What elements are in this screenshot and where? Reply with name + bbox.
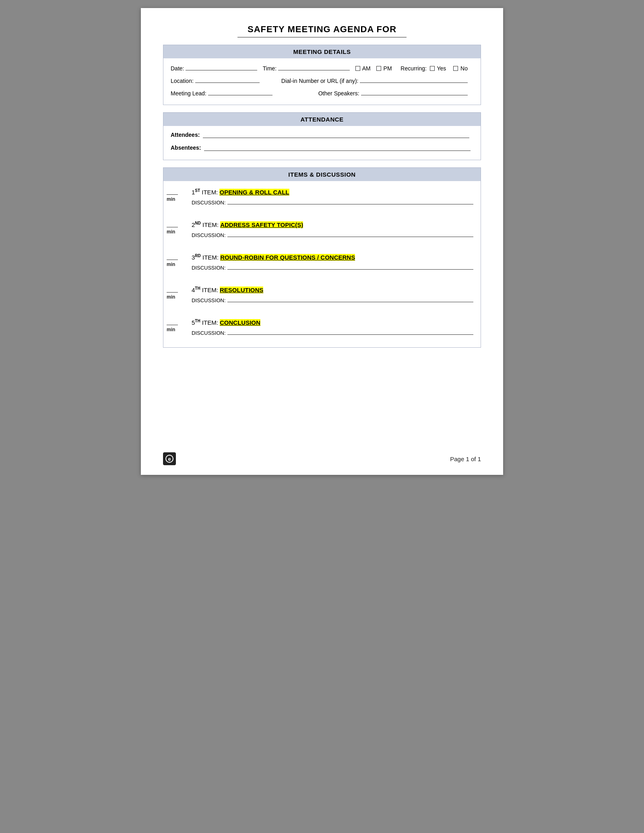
am-checkbox-group: AM <box>355 65 371 72</box>
date-time-row: Date: Time: AM PM Recurring: Yes <box>171 64 473 72</box>
location-label: Location: <box>171 78 194 84</box>
page-title: SAFETY MEETING AGENDA FOR <box>163 24 481 35</box>
agenda-item-5-body: 5TH ITEM: CONCLUSION DISCUSSION: <box>192 319 473 336</box>
discussion-label-1: DISCUSSION: <box>192 200 226 206</box>
min-label-3: min <box>167 262 175 267</box>
item-1-highlighted: OPENING & ROLL CALL <box>219 189 289 196</box>
dialin-field[interactable] <box>360 76 468 83</box>
discussion-line-3[interactable] <box>227 264 473 270</box>
other-speakers-label: Other Speakers: <box>318 90 359 97</box>
min-line-1[interactable] <box>167 189 178 195</box>
item-5-highlighted: CONCLUSION <box>220 319 260 326</box>
am-label: AM <box>362 65 371 72</box>
agenda-item-1-left: min <box>167 188 188 202</box>
item-2-number: 2ND ITEM: <box>192 221 220 228</box>
no-checkbox-group: No <box>453 65 468 72</box>
min-line-5[interactable] <box>167 320 178 325</box>
items-content: min 1ST ITEM: OPENING & ROLL CALL DISCUS… <box>163 181 481 340</box>
items-discussion-header: ITEMS & DISCUSSION <box>163 168 481 181</box>
absentees-field[interactable] <box>204 144 471 151</box>
time-label: Time: <box>263 65 277 72</box>
absentees-row: Absentees: <box>171 144 473 151</box>
dialin-label: Dial-in Number or URL (if any): <box>281 78 359 84</box>
brand-icon: e <box>163 452 176 465</box>
agenda-item-1-body: 1ST ITEM: OPENING & ROLL CALL DISCUSSION… <box>192 188 473 206</box>
location-field[interactable] <box>195 76 260 83</box>
yes-checkbox-group: Yes <box>430 65 446 72</box>
date-label: Date: <box>171 65 184 72</box>
time-field[interactable] <box>278 64 349 70</box>
agenda-item-1-title: 1ST ITEM: OPENING & ROLL CALL <box>192 188 473 196</box>
agenda-item-4-body: 4TH ITEM: RESOLUTIONS DISCUSSION: <box>192 286 473 303</box>
agenda-item-2-body: 2ND ITEM: ADDRESS SAFETY TOPIC(S) DISCUS… <box>192 221 473 238</box>
attendees-label: Attendees: <box>171 132 200 138</box>
am-checkbox[interactable] <box>355 66 360 71</box>
item-5-number: 5TH ITEM: <box>192 319 220 326</box>
item-4-highlighted: RESOLUTIONS <box>220 287 263 293</box>
location-dialin-row: Location: Dial-in Number or URL (if any)… <box>171 76 473 84</box>
document-page: SAFETY MEETING AGENDA FOR MEETING DETAIL… <box>141 8 503 475</box>
discussion-row-4: DISCUSSION: <box>192 297 473 303</box>
meeting-details-content: Date: Time: AM PM Recurring: Yes <box>163 58 481 105</box>
discussion-label-2: DISCUSSION: <box>192 232 226 238</box>
min-label-5: min <box>167 327 175 332</box>
item-4-number: 4TH ITEM: <box>192 287 220 293</box>
svg-text:e: e <box>168 456 171 462</box>
no-label: No <box>460 65 468 72</box>
min-label-2: min <box>167 229 175 235</box>
items-discussion-section: ITEMS & DISCUSSION min 1ST ITEM: OPENING… <box>163 167 481 348</box>
discussion-line-2[interactable] <box>227 231 473 237</box>
yes-checkbox[interactable] <box>430 66 435 71</box>
min-label-4: min <box>167 294 175 300</box>
agenda-item-5: min 5TH ITEM: CONCLUSION DISCUSSION: <box>163 315 481 340</box>
page-number: Page 1 of 1 <box>450 456 481 462</box>
agenda-item-5-left: min <box>167 319 188 332</box>
attendance-content: Attendees: Absentees: <box>163 126 481 160</box>
discussion-row-1: DISCUSSION: <box>192 199 473 206</box>
date-field[interactable] <box>186 64 257 70</box>
agenda-item-4-left: min <box>167 286 188 300</box>
item-1-number: 1ST ITEM: <box>192 189 219 196</box>
meeting-lead-field[interactable] <box>208 89 272 95</box>
discussion-label-5: DISCUSSION: <box>192 330 226 336</box>
pm-checkbox-group: PM <box>376 65 392 72</box>
item-2-highlighted: ADDRESS SAFETY TOPIC(S) <box>220 221 303 228</box>
no-checkbox[interactable] <box>453 66 458 71</box>
recurring-label: Recurring: <box>400 65 427 72</box>
attendees-field[interactable] <box>203 132 469 138</box>
attendance-header: ATTENDANCE <box>163 113 481 126</box>
agenda-item-2-left: min <box>167 221 188 235</box>
meeting-details-section: MEETING DETAILS Date: Time: AM PM Recurr… <box>163 45 481 105</box>
discussion-line-1[interactable] <box>227 199 473 204</box>
item-3-highlighted: ROUND-ROBIN FOR QUESTIONS / CONCERNS <box>220 254 355 261</box>
agenda-item-5-title: 5TH ITEM: CONCLUSION <box>192 319 473 326</box>
attendance-section: ATTENDANCE Attendees: Absentees: <box>163 112 481 160</box>
discussion-line-5[interactable] <box>227 329 473 335</box>
discussion-row-5: DISCUSSION: <box>192 329 473 336</box>
absentees-label: Absentees: <box>171 144 201 151</box>
footer: e Page 1 of 1 <box>163 452 481 465</box>
agenda-item-3-left: min <box>167 254 188 267</box>
agenda-item-4: min 4TH ITEM: RESOLUTIONS DISCUSSION: <box>163 282 481 307</box>
discussion-label-4: DISCUSSION: <box>192 297 226 303</box>
brand-icon-svg: e <box>165 454 174 463</box>
discussion-row-2: DISCUSSION: <box>192 231 473 238</box>
lead-speakers-row: Meeting Lead: Other Speakers: <box>171 89 473 97</box>
title-underline <box>237 37 407 37</box>
discussion-label-3: DISCUSSION: <box>192 265 226 271</box>
agenda-item-2-title: 2ND ITEM: ADDRESS SAFETY TOPIC(S) <box>192 221 473 228</box>
agenda-item-3: min 3RD ITEM: ROUND-ROBIN FOR QUESTIONS … <box>163 249 481 275</box>
min-line-3[interactable] <box>167 254 178 260</box>
agenda-item-2: min 2ND ITEM: ADDRESS SAFETY TOPIC(S) DI… <box>163 217 481 242</box>
other-speakers-field[interactable] <box>361 89 468 95</box>
agenda-item-4-title: 4TH ITEM: RESOLUTIONS <box>192 286 473 293</box>
pm-checkbox[interactable] <box>376 66 381 71</box>
meeting-details-header: MEETING DETAILS <box>163 45 481 58</box>
meeting-lead-label: Meeting Lead: <box>171 90 206 97</box>
agenda-item-3-body: 3RD ITEM: ROUND-ROBIN FOR QUESTIONS / CO… <box>192 254 473 271</box>
agenda-item-3-title: 3RD ITEM: ROUND-ROBIN FOR QUESTIONS / CO… <box>192 254 473 261</box>
discussion-line-4[interactable] <box>227 297 473 302</box>
min-line-4[interactable] <box>167 287 178 293</box>
min-label-1: min <box>167 196 175 202</box>
min-line-2[interactable] <box>167 222 178 227</box>
